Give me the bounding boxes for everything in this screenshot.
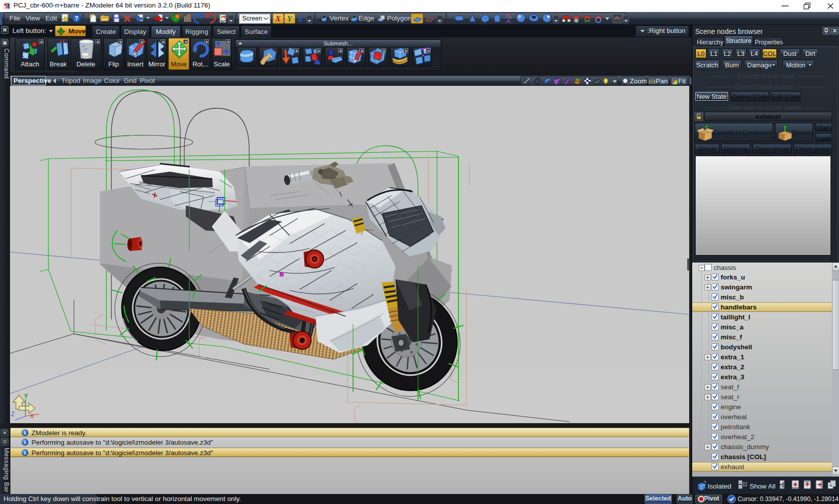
svg-text:Vertex: Vertex (330, 14, 349, 22)
svg-text:Z: Z (11, 411, 14, 418)
svg-text:Y: Y (24, 393, 28, 400)
svg-text:Isolated: Isolated (708, 483, 731, 490)
svg-text:Show All: Show All (750, 483, 776, 490)
svg-text:Polygon: Polygon (387, 14, 412, 22)
svg-text:Y: Y (287, 14, 293, 23)
svg-text:Edge: Edge (359, 14, 375, 22)
svg-text:Screen: Screen (242, 15, 262, 22)
svg-text:Z: Z (298, 14, 303, 23)
svg-text:X: X (30, 413, 34, 420)
svg-text:?: ? (74, 15, 78, 22)
svg-text:X: X (275, 14, 281, 23)
